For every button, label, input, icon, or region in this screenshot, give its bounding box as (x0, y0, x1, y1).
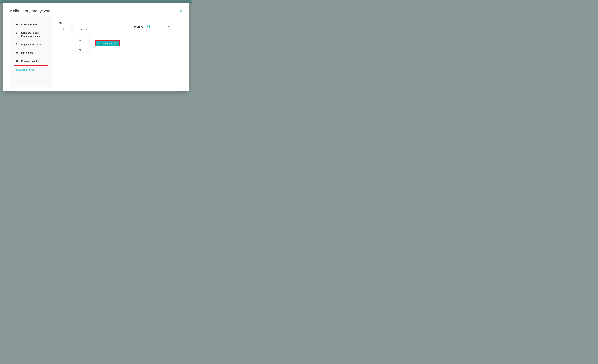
svg-point-9 (17, 70, 17, 70)
main-panel: Masa mg (52, 16, 134, 87)
sidebar-item-label: Kalkulator ciąży - Reguła Naegelego (21, 31, 47, 38)
sidebar-item-body-mass[interactable]: Masa ciała (16, 49, 47, 57)
sidebar: Kalkulator BMI Kalkulator ciąży - Reguła… (10, 16, 52, 87)
number-spinner (71, 28, 73, 31)
sidebar-item-pregnancy[interactable]: Kalkulator ciąży - Reguła Naegelego (16, 29, 47, 40)
sidebar-item-label: Kalkulator BMI (21, 23, 37, 26)
flask-icon (16, 43, 18, 46)
mass-unit-select-wrap: mg μg mg g kg (76, 27, 89, 32)
sidebar-item-parkland[interactable]: Reguła Parklanda (16, 40, 47, 49)
sidebar-item-bmi[interactable]: Kalkulator BMI (16, 21, 47, 29)
svg-rect-8 (17, 60, 18, 62)
dropdown-option-mg[interactable]: mg (76, 38, 89, 42)
dropdown-option-g[interactable]: g (76, 42, 89, 47)
resize-handle[interactable]: ═══ (94, 91, 98, 93)
modal-body: Kalkulator BMI Kalkulator ciąży - Reguła… (3, 16, 189, 91)
mass-unit-select[interactable]: mg (76, 27, 89, 32)
check-icon (98, 42, 100, 44)
sidebar-item-label: Jednostki fizyczne (16, 68, 37, 72)
sidebar-item-label: Reguła Parklanda (21, 43, 41, 46)
mass-input-row: mg μg mg g kg (59, 27, 127, 32)
spinner-up[interactable] (71, 28, 73, 29)
spinner-down[interactable] (71, 29, 73, 31)
mass-unit-value: mg (79, 28, 82, 31)
check-result-button[interactable]: Sprawdź wynik (95, 40, 120, 46)
result-row: Wynik: 0 μg (134, 23, 178, 34)
result-panel: Wynik: 0 μg (134, 16, 183, 87)
person-icon (16, 32, 18, 34)
svg-point-4 (17, 32, 17, 32)
atom-icon (16, 69, 18, 71)
result-label: Wynik: (134, 25, 143, 28)
close-icon (179, 9, 183, 12)
weight-icon (16, 51, 18, 54)
result-unit-value: μg (168, 25, 170, 28)
chevron-down-icon (174, 26, 176, 27)
chevron-up-icon (72, 28, 73, 29)
dropdown-option-kg[interactable]: kg (76, 47, 89, 52)
svg-rect-7 (16, 60, 17, 62)
chevron-up-icon (86, 29, 88, 30)
mass-label: Masa (59, 22, 127, 24)
test-tubes-icon (16, 60, 18, 62)
chevron-down-icon (72, 30, 73, 30)
dropdown-option-ug[interactable]: μg (76, 33, 89, 38)
check-button-label: Sprawdź wynik (102, 42, 116, 44)
sidebar-item-label: Roztwory wodne (21, 60, 40, 63)
scale-icon (16, 23, 18, 26)
modal-header: Kalkulatory medyczne (3, 3, 189, 16)
sidebar-item-solutions[interactable]: Roztwory wodne (16, 57, 47, 65)
modal-title: Kalkulatory medyczne (10, 9, 50, 13)
sidebar-item-units[interactable]: Jednostki fizyczne (14, 65, 48, 74)
result-unit-select[interactable]: μg (165, 24, 178, 29)
modal: Kalkulatory medyczne Kalkulator BMI Kalk… (3, 3, 189, 91)
close-button[interactable] (179, 8, 183, 14)
mass-unit-dropdown: μg mg g kg (76, 33, 89, 52)
mass-number-wrap (59, 27, 75, 32)
result-value: 0 (147, 23, 161, 30)
sidebar-item-label: Masa ciała (21, 51, 33, 55)
